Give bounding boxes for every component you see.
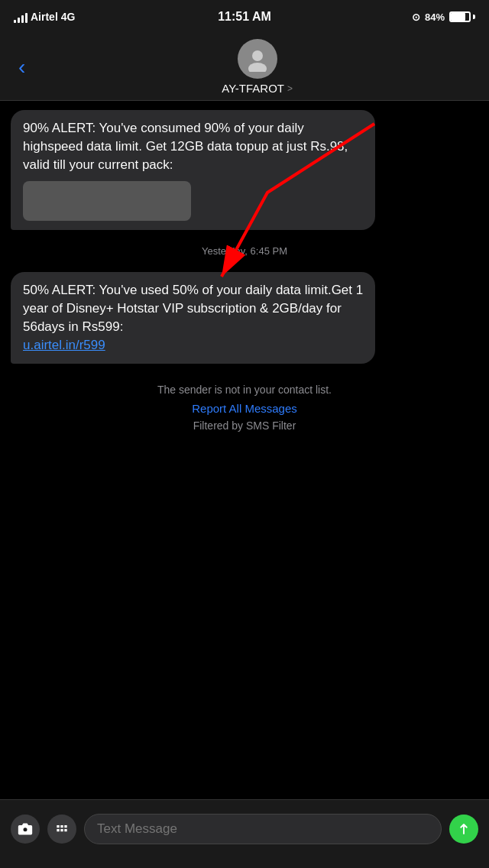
carrier-label: Airtel	[31, 11, 58, 23]
text-input-wrapper[interactable]	[84, 814, 442, 844]
battery-icon	[449, 11, 475, 22]
input-bar	[0, 799, 489, 868]
lock-icon: ⊙	[412, 11, 420, 23]
back-button[interactable]: ‹	[12, 52, 31, 83]
message-bubble-1: 90% ALERT: You've consumed 90% of your d…	[11, 110, 375, 230]
avatar	[238, 39, 277, 79]
camera-button[interactable]	[11, 815, 40, 844]
signal-icon	[14, 11, 28, 23]
apps-icon	[54, 821, 70, 837]
sender-warning: The sender is not in your contact list.	[11, 384, 478, 396]
status-left: Airtel 4G	[14, 11, 75, 23]
link-preview-placeholder	[23, 181, 191, 221]
report-button[interactable]: Report All Messages	[11, 402, 478, 415]
message-bubble-2: 50% ALERT: You've used 50% of your daily…	[11, 272, 375, 363]
nav-bar: ‹ AY-TFAROT >	[0, 34, 489, 101]
message-text-2: 50% ALERT: You've used 50% of your daily…	[23, 281, 363, 354]
text-message-input[interactable]	[97, 821, 429, 837]
timestamp-1: Yesterday, 6:45 PM	[11, 245, 478, 257]
network-label: 4G	[61, 11, 76, 23]
sender-info: The sender is not in your contact list. …	[11, 384, 478, 432]
message-link[interactable]: u.airtel.in/r599	[23, 338, 105, 352]
nav-center: AY-TFAROT >	[37, 39, 477, 95]
status-right: ⊙ 84%	[412, 11, 475, 23]
send-button[interactable]	[449, 815, 478, 844]
send-icon	[457, 822, 471, 836]
apps-button[interactable]	[47, 815, 76, 844]
chevron-right-icon: >	[287, 83, 293, 94]
camera-icon	[18, 821, 33, 837]
messages-area: 90% ALERT: You've consumed 90% of your d…	[0, 101, 489, 766]
status-bar: Airtel 4G 11:51 AM ⊙ 84%	[0, 0, 489, 34]
battery-percent: 84%	[425, 11, 445, 23]
contact-name[interactable]: AY-TFAROT >	[222, 82, 293, 95]
filter-info: Filtered by SMS Filter	[11, 419, 478, 432]
message-text-1: 90% ALERT: You've consumed 90% of your d…	[23, 119, 363, 173]
status-time: 11:51 AM	[218, 10, 271, 24]
svg-point-1	[248, 63, 267, 72]
svg-point-0	[252, 50, 263, 61]
